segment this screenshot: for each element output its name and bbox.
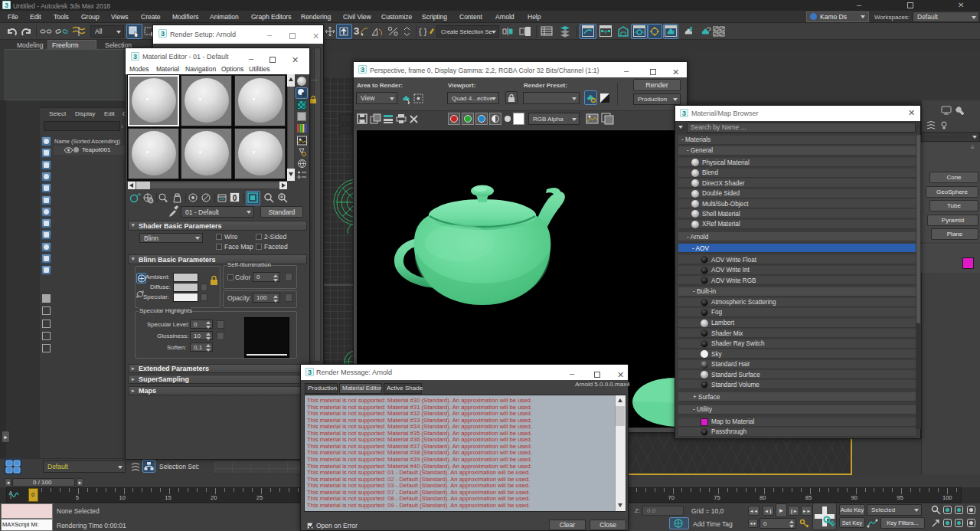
svg-text:{ }: { }	[419, 27, 427, 36]
